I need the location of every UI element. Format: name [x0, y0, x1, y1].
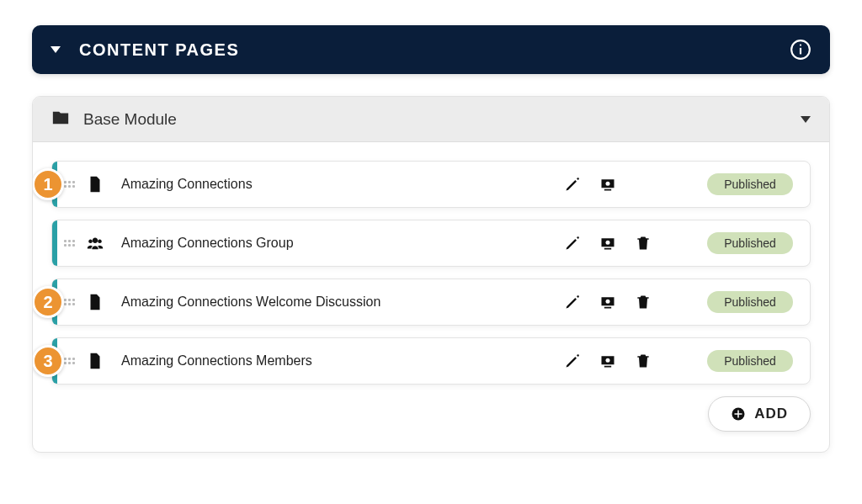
edit-icon[interactable]: [564, 294, 581, 310]
page-title: Amazing Connections Group: [121, 236, 564, 251]
folder-icon: [51, 109, 83, 130]
row-actions: [564, 353, 673, 369]
status-badge: Published: [707, 291, 793, 313]
row-accent: [52, 220, 57, 266]
svg-point-2: [800, 45, 801, 46]
preview-icon[interactable]: [599, 294, 616, 310]
drag-handle-icon[interactable]: [64, 181, 76, 188]
page-row[interactable]: 1 Amazing Connections Published: [51, 161, 811, 208]
document-icon: [86, 293, 104, 311]
edit-icon[interactable]: [564, 176, 581, 193]
preview-icon[interactable]: [599, 235, 616, 252]
svg-point-6: [606, 358, 610, 363]
content-pages-header[interactable]: CONTENT PAGES: [32, 25, 830, 74]
row-actions: [564, 176, 673, 193]
drag-handle-icon[interactable]: [64, 299, 76, 305]
panel-title: CONTENT PAGES: [79, 40, 790, 60]
status-badge: Published: [707, 173, 793, 195]
module-title: Base Module: [83, 110, 801, 129]
svg-point-3: [606, 182, 610, 186]
module-header[interactable]: Base Module: [33, 97, 829, 142]
svg-point-4: [606, 241, 610, 245]
delete-icon[interactable]: [635, 235, 652, 252]
add-button[interactable]: ADD: [708, 396, 811, 432]
step-badge: 1: [32, 168, 64, 200]
document-icon: [86, 175, 104, 194]
row-actions: [564, 294, 673, 310]
page-row[interactable]: Amazing Connections Group Published: [51, 220, 811, 267]
document-icon: [86, 352, 104, 370]
module-body: 1 Amazing Connections Published: [33, 142, 829, 452]
step-badge: 2: [32, 286, 64, 318]
edit-icon[interactable]: [564, 353, 581, 369]
plus-circle-icon: [731, 406, 746, 422]
row-actions: [564, 235, 673, 252]
status-badge: Published: [707, 350, 793, 372]
chevron-down-icon[interactable]: [801, 116, 811, 123]
svg-point-5: [606, 300, 610, 304]
collapse-toggle-icon[interactable]: [51, 46, 61, 53]
drag-handle-icon[interactable]: [64, 358, 76, 364]
delete-icon[interactable]: [635, 294, 652, 310]
svg-rect-9: [735, 413, 742, 415]
edit-icon[interactable]: [564, 235, 581, 252]
drag-handle-icon[interactable]: [64, 240, 76, 247]
preview-icon[interactable]: [599, 353, 616, 369]
page-row[interactable]: 3 Amazing Connections Members Published: [51, 337, 811, 385]
info-icon[interactable]: [790, 39, 811, 61]
page-title: Amazing Connections Members: [121, 353, 564, 369]
page-title: Amazing Connections Welcome Discussion: [121, 294, 564, 310]
page-title: Amazing Connections: [121, 177, 564, 192]
step-badge: 3: [32, 345, 64, 377]
preview-icon[interactable]: [599, 176, 616, 193]
add-button-label: ADD: [754, 406, 788, 422]
group-icon: [86, 234, 104, 252]
add-row: ADD: [51, 396, 811, 432]
module-card: Base Module 1 Amazing Connections: [32, 96, 830, 453]
delete-icon[interactable]: [635, 353, 652, 369]
page-row[interactable]: 2 Amazing Connections Welcome Discussion: [51, 279, 811, 326]
status-badge: Published: [707, 232, 793, 254]
